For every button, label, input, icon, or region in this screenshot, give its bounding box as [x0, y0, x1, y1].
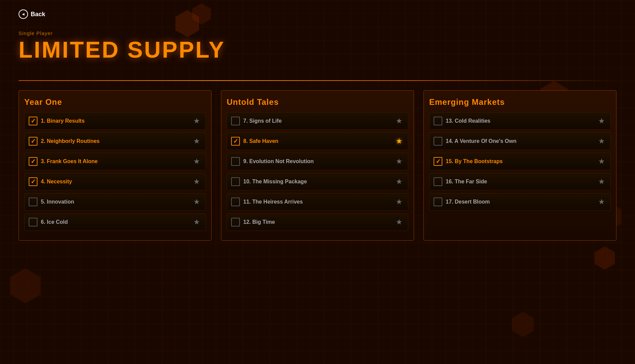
mission-star-3[interactable]: ★	[192, 157, 201, 166]
header-divider	[19, 80, 616, 81]
mission-label-17: 17. Desert Bloom	[446, 199, 597, 205]
mission-star-11[interactable]: ★	[394, 197, 404, 207]
mission-row-1[interactable]: ✓1. Binary Results★	[24, 112, 206, 130]
mission-row-9[interactable]: 9. Evolution Not Revolution★	[227, 153, 408, 170]
mission-label-10: 10. The Missing Package	[243, 179, 394, 185]
mission-label-7: 7. Signs of Life	[243, 118, 394, 124]
mission-checkbox-9	[231, 157, 240, 166]
back-circle-icon: ◄	[19, 9, 28, 19]
star-empty-icon: ★	[193, 157, 200, 166]
mission-checkbox-17	[434, 198, 442, 206]
mission-label-11: 11. The Heiress Arrives	[243, 199, 394, 205]
mission-star-9[interactable]: ★	[394, 157, 404, 166]
back-button[interactable]: ◄ Back	[19, 9, 45, 19]
mission-checkbox-13	[434, 117, 442, 125]
mission-label-5: 5. Innovation	[41, 199, 192, 205]
mission-star-2[interactable]: ★	[192, 136, 201, 146]
mission-row-6[interactable]: 6. Ice Cold★	[24, 213, 206, 231]
mission-star-6[interactable]: ★	[192, 217, 201, 227]
mission-checkbox-11	[231, 198, 240, 206]
star-empty-icon: ★	[396, 218, 403, 226]
header-subtitle: Single Player	[19, 30, 225, 36]
mission-checkbox-8: ✓	[231, 137, 240, 146]
mission-star-12[interactable]: ★	[394, 217, 404, 227]
header-title: LIMITED SUPPLY	[19, 38, 225, 61]
hex-decoration-5	[10, 268, 40, 303]
mission-row-15[interactable]: ✓15. By The Bootstraps★	[429, 153, 611, 170]
star-empty-icon: ★	[598, 157, 605, 166]
mission-label-4: 4. Necessity	[41, 179, 192, 185]
content-area: Year One✓1. Binary Results★✓2. Neighborl…	[19, 90, 616, 241]
star-filled-icon: ★	[396, 137, 403, 146]
star-empty-icon: ★	[396, 117, 403, 125]
back-label: Back	[31, 11, 45, 18]
mission-row-5[interactable]: 5. Innovation★	[24, 193, 206, 211]
mission-label-13: 13. Cold Realities	[446, 118, 597, 124]
mission-star-13[interactable]: ★	[597, 116, 606, 126]
mission-star-14[interactable]: ★	[597, 136, 606, 146]
mission-label-14: 14. A Venture Of One's Own	[446, 138, 597, 144]
mission-label-8: 8. Safe Haven	[243, 138, 394, 144]
mission-checkbox-7	[231, 117, 240, 125]
mission-label-6: 6. Ice Cold	[41, 219, 192, 225]
mission-row-14[interactable]: 14. A Venture Of One's Own★	[429, 132, 611, 150]
mission-star-7[interactable]: ★	[394, 116, 404, 126]
mission-star-17[interactable]: ★	[597, 197, 606, 207]
mission-checkbox-2: ✓	[29, 137, 37, 146]
mission-checkbox-16	[434, 177, 442, 186]
mission-checkbox-1: ✓	[29, 117, 37, 125]
header: Single Player LIMITED SUPPLY	[19, 30, 225, 61]
column-card-year-one: Year One✓1. Binary Results★✓2. Neighborl…	[19, 90, 212, 241]
column-card-untold-tales: Untold Tales7. Signs of Life★✓8. Safe Ha…	[221, 90, 414, 241]
mission-star-5[interactable]: ★	[192, 197, 201, 207]
mission-checkbox-4: ✓	[29, 177, 37, 186]
hex-decoration-4	[595, 246, 615, 270]
mission-star-16[interactable]: ★	[597, 177, 606, 186]
mission-label-12: 12. Big Time	[243, 219, 394, 225]
mission-label-1: 1. Binary Results	[41, 118, 192, 124]
mission-star-4[interactable]: ★	[192, 177, 201, 186]
mission-checkbox-14	[434, 137, 442, 146]
column-header-untold-tales: Untold Tales	[227, 97, 408, 107]
column-header-year-one: Year One	[24, 97, 206, 107]
star-empty-icon: ★	[193, 117, 200, 125]
mission-row-13[interactable]: 13. Cold Realities★	[429, 112, 611, 130]
mission-star-15[interactable]: ★	[597, 157, 606, 166]
mission-label-2: 2. Neighborly Routines	[41, 138, 192, 144]
mission-row-12[interactable]: 12. Big Time★	[227, 213, 408, 231]
mission-label-3: 3. Frank Goes It Alone	[41, 158, 192, 164]
column-header-emerging-markets: Emerging Markets	[429, 97, 611, 107]
star-empty-icon: ★	[396, 157, 403, 166]
mission-star-8[interactable]: ★	[394, 136, 404, 146]
mission-checkbox-5	[29, 198, 37, 206]
mission-row-4[interactable]: ✓4. Necessity★	[24, 173, 206, 190]
star-empty-icon: ★	[396, 198, 403, 206]
star-empty-icon: ★	[193, 137, 200, 146]
star-empty-icon: ★	[396, 177, 403, 186]
column-card-emerging-markets: Emerging Markets13. Cold Realities★14. A…	[423, 90, 616, 241]
star-empty-icon: ★	[193, 198, 200, 206]
mission-row-3[interactable]: ✓3. Frank Goes It Alone★	[24, 153, 206, 170]
star-empty-icon: ★	[598, 117, 605, 125]
mission-star-10[interactable]: ★	[394, 177, 404, 186]
mission-checkbox-10	[231, 177, 240, 186]
mission-row-17[interactable]: 17. Desert Bloom★	[429, 193, 611, 211]
mission-checkbox-15: ✓	[434, 157, 442, 166]
star-empty-icon: ★	[598, 177, 605, 186]
star-empty-icon: ★	[598, 198, 605, 206]
mission-row-2[interactable]: ✓2. Neighborly Routines★	[24, 132, 206, 150]
mission-row-8[interactable]: ✓8. Safe Haven★	[227, 132, 408, 150]
mission-row-11[interactable]: 11. The Heiress Arrives★	[227, 193, 408, 211]
mission-row-7[interactable]: 7. Signs of Life★	[227, 112, 408, 130]
mission-label-16: 16. The Far Side	[446, 179, 597, 185]
mission-star-1[interactable]: ★	[192, 116, 201, 126]
mission-row-16[interactable]: 16. The Far Side★	[429, 173, 611, 190]
mission-label-9: 9. Evolution Not Revolution	[243, 158, 394, 164]
mission-checkbox-12	[231, 218, 240, 226]
mission-checkbox-6	[29, 218, 37, 226]
star-empty-icon: ★	[598, 137, 605, 146]
mission-row-10[interactable]: 10. The Missing Package★	[227, 173, 408, 190]
mission-checkbox-3: ✓	[29, 157, 37, 166]
mission-label-15: 15. By The Bootstraps	[446, 158, 597, 164]
hex-decoration-7	[512, 312, 534, 337]
